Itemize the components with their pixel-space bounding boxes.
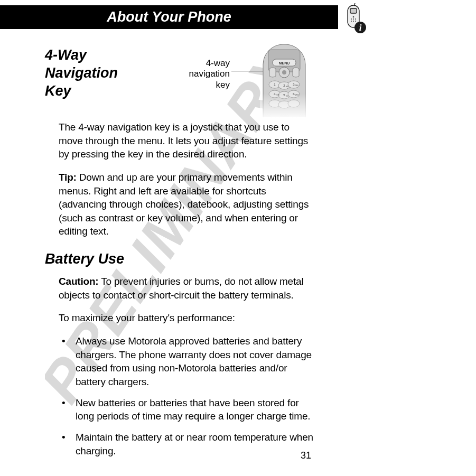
document-page: About Your Phone i PRELIMINARY [0, 0, 476, 476]
section-heading-battery: Battery Use [45, 251, 314, 267]
diagram-label-line1: 4-way [206, 58, 230, 68]
svg-point-4 [353, 18, 354, 20]
section-heading-navkey: 4-Way Navigation Key [45, 43, 140, 100]
chapter-header-bar: About Your Phone [0, 5, 338, 29]
svg-line-9 [354, 3, 356, 5]
diagram-label-line3: key [216, 80, 230, 90]
phone-closeup-illustration: MENU [260, 43, 309, 117]
svg-point-5 [355, 18, 356, 20]
info-phone-icon: i [336, 3, 368, 35]
svg-point-2 [353, 16, 354, 18]
svg-rect-1 [350, 8, 357, 13]
svg-point-18 [282, 70, 286, 74]
navkey-paragraph-1: The 4-way navigation key is a joystick t… [59, 120, 314, 161]
list-item: Maintain the battery at or near room tem… [59, 431, 314, 458]
svg-text:i: i [359, 23, 362, 33]
svg-text:ABC: ABC [286, 86, 290, 88]
svg-text:DEF: DEF [295, 85, 298, 87]
diagram-label-line2: navigation [189, 69, 230, 79]
list-item: Always use Motorola approved batteries a… [59, 334, 314, 389]
caution-label: Caution: [59, 276, 98, 287]
svg-rect-39 [260, 94, 309, 117]
battery-bullet-list: Always use Motorola approved batteries a… [59, 334, 314, 458]
diagram-leader-line [231, 71, 264, 71]
battery-caution-paragraph: Caution: To prevent injuries or burns, d… [59, 275, 314, 302]
svg-text:MENU: MENU [279, 61, 290, 65]
page-content: 4-Way Navigation Key 4-way navigation ke… [45, 43, 314, 465]
tip-label: Tip: [59, 172, 77, 183]
svg-point-3 [351, 18, 352, 20]
diagram-callout-label: 4-way navigation key [189, 58, 230, 90]
navkey-diagram: 4-way navigation key [140, 43, 314, 117]
list-item: New batteries or batteries that have bee… [59, 396, 314, 423]
svg-point-8 [355, 21, 356, 22]
navkey-tip-paragraph: Tip: Down and up are your primary moveme… [59, 171, 314, 238]
chapter-title: About Your Phone [107, 9, 231, 25]
battery-intro-paragraph: To maximize your battery's performance: [59, 311, 314, 325]
svg-point-6 [351, 21, 352, 22]
svg-point-7 [353, 21, 354, 22]
tip-text: Down and up are your primary movements w… [59, 172, 309, 237]
